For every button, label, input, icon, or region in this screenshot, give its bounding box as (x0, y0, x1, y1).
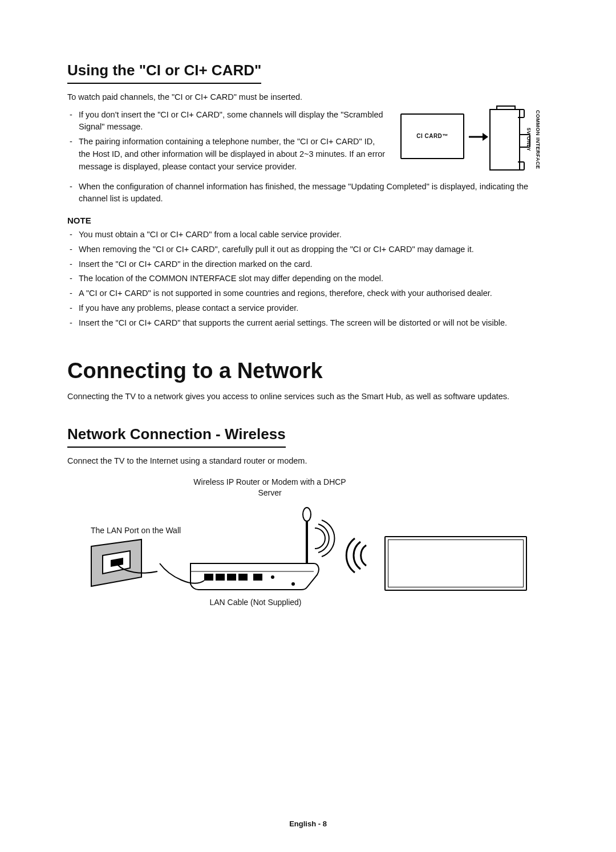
svg-rect-10 (227, 574, 236, 581)
ci-card-figure: CI CARD™ 5V ONLY COMMON INTERFACE (400, 109, 549, 177)
list-item: The location of the COMMON INTERFACE slo… (68, 273, 549, 285)
intro-wireless: Connect the TV to the Internet using a s… (67, 456, 549, 467)
wireless-figure: Wireless IP Router or Modem with a DHCP … (67, 477, 549, 619)
ci-card-icon: CI CARD™ (400, 113, 464, 159)
wall-port-icon (90, 538, 159, 587)
heading-network: Connecting to a Network (67, 359, 549, 383)
svg-point-14 (291, 582, 295, 586)
arrow-right-icon (469, 132, 488, 142)
ci-card-label: CI CARD™ (416, 133, 448, 139)
svg-rect-9 (216, 574, 225, 581)
ci-notes: You must obtain a "CI or CI+ CARD" from … (67, 229, 549, 329)
section-ci-card: Using the "CI or CI+ CARD" To watch paid… (67, 62, 549, 329)
section-network: Connecting to a Network Connecting the T… (67, 359, 549, 619)
ci-bullets-1: If you don't insert the "CI or CI+ CARD"… (67, 109, 388, 173)
ci-bullets-2: When the configuration of channel inform… (67, 181, 549, 206)
heading-wireless: Network Connection - Wireless (67, 425, 286, 448)
list-item: You must obtain a "CI or CI+ CARD" from … (68, 229, 549, 241)
slot-label-common-interface: COMMON INTERFACE (535, 110, 541, 169)
svg-marker-1 (483, 133, 488, 141)
list-item: If you have any problems, please contact… (68, 302, 549, 315)
svg-point-13 (271, 575, 274, 579)
slot-label-5v: 5V ONLY (526, 128, 532, 151)
heading-ci-card: Using the "CI or CI+ CARD" (67, 62, 261, 84)
note-heading: NOTE (67, 216, 549, 225)
ci-slot-icon (489, 109, 520, 171)
label-lan-cable: LAN Cable (Not Supplied) (187, 598, 324, 607)
list-item: The pairing information containing a tel… (68, 136, 388, 173)
label-router: Wireless IP Router or Modem with a DHCP … (187, 477, 352, 498)
list-item: Insert the "CI or CI+ CARD" that support… (68, 317, 549, 330)
router-icon (187, 509, 324, 594)
label-wall-port: The LAN Port on the Wall (79, 526, 193, 535)
tv-icon (384, 536, 527, 591)
list-item: Insert the "CI or CI+ CARD" in the direc… (68, 258, 549, 271)
list-item: When the configuration of channel inform… (68, 181, 549, 206)
svg-point-6 (303, 508, 311, 521)
list-item: A "CI or CI+ CARD" is not supported in s… (68, 287, 549, 300)
list-item: When removing the "CI or CI+ CARD", care… (68, 244, 549, 256)
svg-rect-12 (253, 574, 262, 581)
svg-rect-11 (238, 574, 248, 581)
svg-rect-8 (204, 574, 213, 581)
intro-ci-card: To watch paid channels, the "CI or CI+ C… (67, 92, 549, 103)
wifi-waves-icon (345, 538, 371, 573)
intro-network: Connecting the TV to a network gives you… (67, 391, 549, 403)
list-item: If you don't insert the "CI or CI+ CARD"… (68, 109, 388, 134)
page-footer: English - 8 (0, 819, 616, 828)
